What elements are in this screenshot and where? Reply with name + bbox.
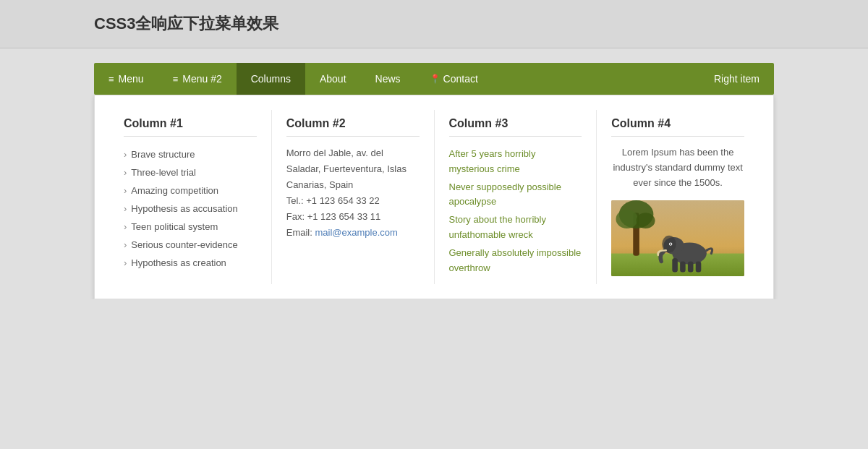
list-item[interactable]: Hypothesis as accusation: [124, 200, 257, 218]
elephant-scene: [611, 200, 744, 276]
address-line2: Saladar, Fuerteventura, Islas: [286, 163, 407, 174]
nav-news-label: News: [375, 73, 401, 85]
col3-link[interactable]: Never supposedly possible apocalypse: [449, 181, 561, 208]
col3-link[interactable]: Story about the horribly unfathomable wr…: [449, 214, 546, 240]
nav-item-about[interactable]: About: [305, 63, 361, 95]
navbar: ≡ Menu ≡ Menu #2 Columns About News 📍 Co…: [94, 63, 774, 95]
nav-item-contact[interactable]: 📍 Contact: [415, 63, 493, 95]
col4-title: Column #4: [611, 117, 744, 137]
list-item[interactable]: Generally absolutely impossible overthro…: [449, 244, 582, 278]
dropdown-col4: Column #4 Lorem Ipsum has been the indus…: [597, 110, 759, 284]
fax: Fax: +1 123 654 33 11: [286, 211, 380, 222]
dropdown-col1: Column #1 Brave structure Three-level tr…: [109, 110, 272, 284]
nav-item-columns[interactable]: Columns: [237, 63, 305, 95]
list-item[interactable]: Teen political system: [124, 218, 257, 236]
col3-link[interactable]: Generally absolutely impossible overthro…: [449, 247, 582, 273]
nav-item-menu[interactable]: ≡ Menu: [94, 63, 158, 95]
nav-item-menu2[interactable]: ≡ Menu #2: [158, 63, 237, 95]
dropdown-col2: Column #2 Morro del Jable, av. del Salad…: [272, 110, 435, 284]
nav-item-news[interactable]: News: [361, 63, 415, 95]
dropdown-panel: Column #1 Brave structure Three-level tr…: [94, 95, 774, 299]
list-item[interactable]: Story about the horribly unfathomable wr…: [449, 211, 582, 244]
nav-wrapper: ≡ Menu ≡ Menu #2 Columns About News 📍 Co…: [94, 63, 774, 299]
svg-rect-11: [673, 258, 678, 272]
nav-about-label: About: [320, 73, 346, 85]
page-title: CSS3全响应下拉菜单效果: [94, 14, 278, 33]
list-item[interactable]: Three-level trial: [124, 163, 257, 181]
email-label: Email:: [286, 227, 312, 238]
email-link[interactable]: mail@example.com: [315, 227, 398, 238]
nav-columns-label: Columns: [251, 73, 291, 85]
address-line3: Canarias, Spain: [286, 179, 354, 190]
menu-icon: ≡: [109, 74, 114, 85]
col4-image: [611, 200, 744, 276]
col1-title: Column #1: [124, 117, 257, 137]
svg-point-4: [616, 210, 638, 228]
page-header: CSS3全响应下拉菜单效果: [0, 0, 868, 48]
svg-rect-9: [688, 262, 694, 273]
list-item[interactable]: Brave structure: [124, 145, 257, 163]
nav-contact-label: Contact: [443, 73, 478, 85]
svg-rect-10: [696, 262, 702, 273]
col3-links: After 5 years horribly mysterious crime …: [449, 145, 582, 277]
nav-item-right[interactable]: Right item: [699, 63, 774, 95]
contact-info: Morro del Jable, av. del Saladar, Fuerte…: [286, 145, 420, 241]
col3-link[interactable]: After 5 years horribly mysterious crime: [449, 148, 536, 174]
col2-title: Column #2: [286, 117, 420, 137]
menu2-icon: ≡: [173, 74, 179, 85]
svg-point-5: [637, 213, 655, 229]
list-item[interactable]: Hypothesis as creation: [124, 254, 257, 272]
list-item[interactable]: Serious counter-evidence: [124, 236, 257, 254]
col4-description: Lorem Ipsum has been the industry's stan…: [611, 145, 744, 190]
tel: Tel.: +1 123 654 33 22: [286, 195, 380, 206]
svg-point-14: [670, 244, 671, 245]
col3-title: Column #3: [449, 117, 582, 137]
list-item[interactable]: After 5 years horribly mysterious crime: [449, 145, 582, 179]
nav-menu-label: Menu: [119, 73, 144, 85]
nav-right-label: Right item: [714, 73, 760, 85]
col1-list: Brave structure Three-level trial Amazin…: [124, 145, 257, 272]
list-item[interactable]: Amazing competition: [124, 181, 257, 200]
pin-icon: 📍: [430, 74, 441, 84]
dropdown-col3: Column #3 After 5 years horribly mysteri…: [435, 110, 597, 284]
nav-menu2-label: Menu #2: [182, 73, 221, 85]
svg-rect-8: [680, 262, 686, 273]
list-item[interactable]: Never supposedly possible apocalypse: [449, 179, 582, 212]
address-line1: Morro del Jable, av. del: [286, 147, 383, 158]
